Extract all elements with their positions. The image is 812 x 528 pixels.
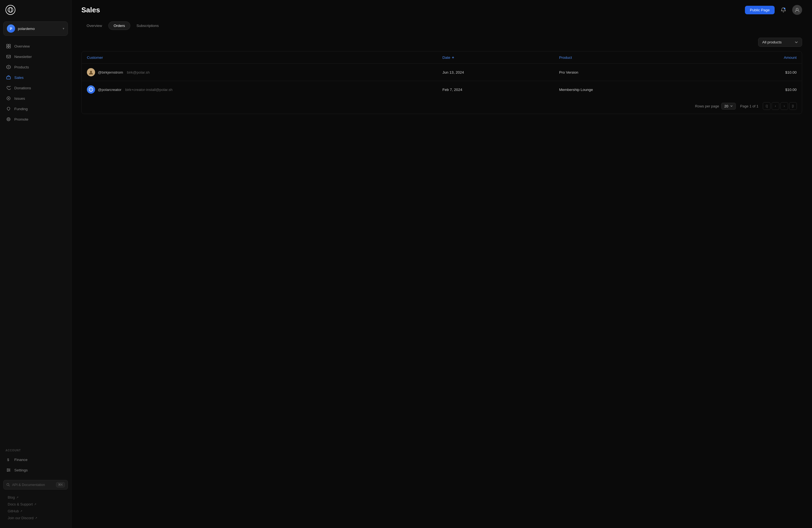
column-header-date[interactable]: Date xyxy=(438,52,554,64)
sort-icon xyxy=(452,56,454,59)
amount-cell: $10.00 xyxy=(717,81,802,99)
orders-table: Customer Date Product xyxy=(82,51,802,99)
svg-point-19 xyxy=(7,483,9,486)
funding-icon xyxy=(6,106,11,111)
first-page-button[interactable]: ⟨| xyxy=(763,102,770,110)
date-cell: Feb 7, 2024 xyxy=(438,81,554,99)
sidebar-item-funding[interactable]: Funding xyxy=(2,104,69,114)
svg-point-17 xyxy=(9,470,10,471)
rows-per-page-select[interactable]: 20 xyxy=(721,103,736,110)
page-navigation: ⟨| ‹ › |⟩ xyxy=(763,102,797,110)
notifications-button[interactable] xyxy=(779,5,788,15)
public-page-button[interactable]: Public Page xyxy=(745,6,774,14)
svg-point-1 xyxy=(9,7,12,12)
sidebar-item-products[interactable]: Products xyxy=(2,62,69,72)
user-avatar-button[interactable] xyxy=(792,5,802,15)
page-info: Page 1 of 1 xyxy=(740,104,759,108)
customer-handle: @polarcreator xyxy=(98,88,121,92)
sidebar: P polardemo ▾ Overview Newsl xyxy=(0,0,71,528)
table-row[interactable]: @birkjernstrom birk@polar.sh Jun 13, 202… xyxy=(82,64,802,81)
finance-icon: $ xyxy=(6,457,11,462)
footer-link-label: Join our Discord xyxy=(8,516,33,520)
svg-rect-6 xyxy=(6,55,11,58)
svg-rect-3 xyxy=(9,44,11,46)
sidebar-item-label: Newsletter xyxy=(14,55,32,59)
last-page-button[interactable]: |⟩ xyxy=(789,102,797,110)
search-bar[interactable]: API & Documentation ⌘K xyxy=(3,480,68,489)
date-cell: Jun 13, 2024 xyxy=(438,64,554,81)
external-link-icon: ↗ xyxy=(16,496,18,499)
table-row[interactable]: @polarcreator birk+creator-install@polar… xyxy=(82,81,802,99)
tab-subscriptions[interactable]: Subscriptions xyxy=(131,21,164,30)
footer-link-discord[interactable]: Join our Discord ↗ xyxy=(5,515,66,522)
svg-point-20 xyxy=(784,8,785,9)
column-header-amount: Amount xyxy=(717,52,802,64)
svg-point-18 xyxy=(8,471,8,472)
column-header-product: Product xyxy=(554,52,717,64)
sidebar-item-settings[interactable]: Settings xyxy=(2,465,69,475)
column-header-customer: Customer xyxy=(82,52,438,64)
products-filter-label: All products xyxy=(762,40,793,44)
overview-icon xyxy=(6,44,11,49)
sidebar-nav: Overview Newsletter Products xyxy=(0,39,71,447)
app-logo-icon xyxy=(5,5,15,15)
sidebar-item-label: Donations xyxy=(14,86,31,90)
footer-link-blog[interactable]: Blog ↗ xyxy=(5,494,66,501)
footer-link-github[interactable]: GitHub ↗ xyxy=(5,508,66,515)
prev-page-button[interactable]: ‹ xyxy=(772,102,779,110)
sidebar-logo xyxy=(0,0,71,19)
sidebar-item-promote[interactable]: Promote xyxy=(2,114,69,124)
org-avatar: P xyxy=(7,25,15,33)
topbar: Sales Public Page xyxy=(71,0,812,15)
svg-point-14 xyxy=(8,119,9,120)
tab-overview[interactable]: Overview xyxy=(81,21,107,30)
main-content: Sales Public Page Overview xyxy=(71,0,812,528)
search-shortcut-badge: ⌘K xyxy=(56,482,65,487)
sidebar-item-label: Overview xyxy=(14,44,30,48)
chevron-down-icon xyxy=(795,41,798,44)
sidebar-item-issues[interactable]: Issues xyxy=(2,93,69,103)
svg-rect-5 xyxy=(9,46,11,48)
sidebar-item-label: Finance xyxy=(14,458,28,462)
pagination-row: Rows per page 20 Page 1 of 1 ⟨| ‹ › |⟩ xyxy=(82,99,802,114)
customer-email: birk@polar.sh xyxy=(127,70,150,74)
svg-point-16 xyxy=(8,469,8,469)
sidebar-item-donations[interactable]: Donations xyxy=(2,83,69,93)
sidebar-item-sales[interactable]: Sales xyxy=(2,73,69,82)
customer-avatar xyxy=(87,86,95,94)
bell-icon xyxy=(781,7,786,13)
amount-cell: $10.00 xyxy=(717,64,802,81)
page-title: Sales xyxy=(81,6,100,14)
footer-link-label: Blog xyxy=(8,495,15,499)
customer-email: birk+creator-install@polar.sh xyxy=(125,88,173,92)
external-link-icon: ↗ xyxy=(20,510,22,513)
orders-table-wrapper: Customer Date Product xyxy=(81,51,802,114)
promote-icon xyxy=(6,117,11,122)
sidebar-item-label: Issues xyxy=(14,96,25,101)
svg-text:$: $ xyxy=(7,458,9,462)
next-page-button[interactable]: › xyxy=(780,102,788,110)
sidebar-item-overview[interactable]: Overview xyxy=(2,41,69,51)
footer-link-docs-support[interactable]: Docs & Support ↗ xyxy=(5,501,66,508)
sidebar-item-newsletter[interactable]: Newsletter xyxy=(2,52,69,62)
svg-point-24 xyxy=(90,88,92,91)
customer-cell: @polarcreator birk+creator-install@polar… xyxy=(82,81,438,99)
external-link-icon: ↗ xyxy=(35,516,37,519)
footer-link-label: Docs & Support xyxy=(8,502,33,506)
donations-icon xyxy=(6,86,11,90)
sidebar-item-label: Sales xyxy=(14,76,24,80)
tab-orders[interactable]: Orders xyxy=(108,21,130,30)
svg-point-8 xyxy=(8,66,9,67)
svg-point-23 xyxy=(89,88,93,91)
footer-link-label: GitHub xyxy=(8,509,19,513)
products-filter-dropdown[interactable]: All products xyxy=(758,37,802,47)
content-area: Overview Orders Subscriptions All produc… xyxy=(71,15,812,528)
external-link-icon: ↗ xyxy=(34,503,36,506)
filter-row: All products xyxy=(81,37,802,47)
rows-per-page: Rows per page 20 xyxy=(695,103,736,110)
svg-point-11 xyxy=(8,98,9,99)
sidebar-item-finance[interactable]: $ Finance xyxy=(2,455,69,465)
sales-icon xyxy=(6,75,11,80)
svg-rect-2 xyxy=(6,44,8,46)
org-selector[interactable]: P polardemo ▾ xyxy=(3,21,68,36)
